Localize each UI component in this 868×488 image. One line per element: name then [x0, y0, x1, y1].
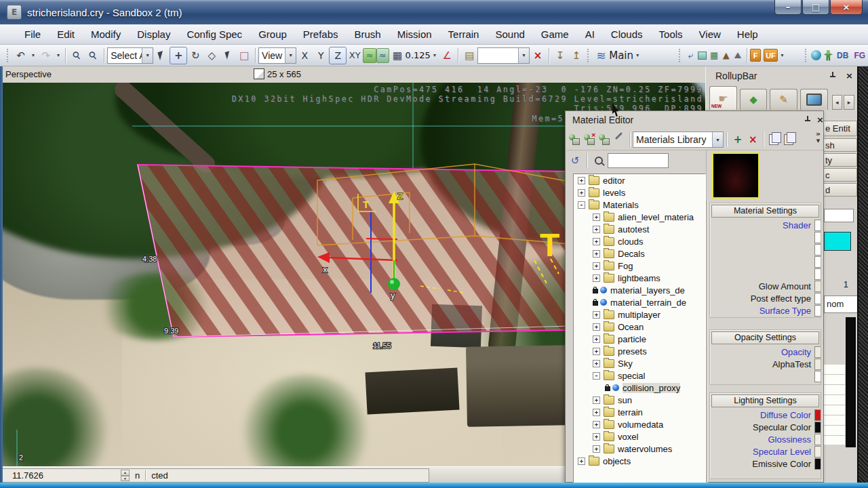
tree-item-materials[interactable]: -Materials	[574, 199, 705, 211]
library-combo-caret-icon[interactable]: ▼	[712, 132, 723, 147]
diffuse-color-label[interactable]: Diffuse Color	[760, 410, 811, 420]
menu-config-spec[interactable]: Config Spec	[178, 28, 250, 40]
axis-y-handle[interactable]	[388, 278, 400, 290]
copy-icon[interactable]	[769, 134, 778, 145]
layer-caret-icon[interactable]: ▼	[633, 53, 642, 58]
unlink-button[interactable]: ⚲	[81, 44, 104, 67]
tree-item-autotest[interactable]: +autotest	[574, 223, 705, 235]
glossiness-label[interactable]: Glossiness	[768, 434, 811, 445]
menu-ai[interactable]: AI	[577, 28, 603, 40]
tree-item-material-terrain-default[interactable]: material_terrain_de	[574, 296, 705, 308]
menu-group[interactable]: Group	[250, 28, 295, 40]
import-selection-button[interactable]: ↧	[552, 47, 568, 64]
select-area-button[interactable]: □	[236, 47, 252, 64]
tab-objects[interactable]: ☛ NEW	[709, 86, 737, 110]
tree-item-special[interactable]: -special	[574, 369, 705, 382]
tree-item-decals[interactable]: +Decals	[574, 247, 705, 260]
specular-level-field[interactable]	[814, 446, 821, 458]
menu-modify[interactable]: Modify	[83, 28, 129, 40]
selection-combo-caret-icon[interactable]: ▼	[142, 48, 153, 63]
reset-material-icon[interactable]: ×	[583, 133, 596, 146]
terrain-delete-icon[interactable]: ⛰	[732, 49, 743, 62]
menu-file[interactable]: File	[16, 28, 49, 40]
tree-item-multiplayer[interactable]: +multiplayer	[574, 308, 705, 321]
opacity-settings-header[interactable]: Opacity Settings	[711, 331, 819, 344]
grid-size-value[interactable]: 0.125	[406, 47, 430, 64]
param-field[interactable]	[814, 371, 821, 382]
ai-character-icon[interactable]	[823, 49, 834, 62]
physics-globe-icon[interactable]	[810, 49, 822, 62]
tabs-next-button[interactable]: ▸	[844, 95, 854, 110]
lighting-settings-header[interactable]: Lighting Settings	[711, 394, 819, 407]
toolbar-drag-handle[interactable]	[7, 49, 10, 62]
maximize-button[interactable]: □	[802, 0, 829, 15]
named-selection-icon[interactable]: ▤	[461, 47, 477, 64]
tabs-prev-button[interactable]: ◂	[832, 95, 843, 110]
tree-item-levels[interactable]: +levels	[574, 186, 705, 199]
status-spinner[interactable]: ▲ ▼	[121, 470, 130, 481]
menu-mission[interactable]: Mission	[389, 28, 440, 40]
menu-display[interactable]: Display	[129, 28, 178, 40]
menu-prefabs[interactable]: Prefabs	[295, 28, 347, 40]
tree-item-alien-level-materials[interactable]: +alien_level_materia	[574, 211, 705, 223]
surface-type-label[interactable]: Surface Type	[760, 306, 811, 316]
menu-game[interactable]: Game	[533, 28, 577, 40]
emissive-color-swatch[interactable]	[814, 458, 821, 470]
minimize-button[interactable]: –	[774, 0, 802, 15]
database-view-button[interactable]: DB	[834, 51, 851, 60]
list-rows-partial[interactable]	[824, 365, 845, 445]
tree-item-fog[interactable]: +Fog	[574, 260, 705, 272]
freeze-button[interactable]: F	[750, 49, 762, 62]
selected-area-hazard-quad[interactable]	[138, 165, 570, 337]
select-tool-button[interactable]	[153, 47, 170, 64]
layout-icon[interactable]	[696, 49, 708, 62]
status-coordinate-value[interactable]: 11.7626	[3, 470, 121, 481]
view-combo[interactable]: View ▼	[258, 47, 296, 64]
material-library-combo[interactable]: Materials Library ▼	[633, 131, 724, 148]
material-editor-pin-icon[interactable]	[804, 116, 811, 123]
shader-label[interactable]: Shader	[783, 220, 811, 230]
toolbar-drag-handle[interactable]	[805, 49, 808, 62]
window-resize-border[interactable]	[857, 66, 868, 483]
grid-layout-icon[interactable]: ▦	[709, 49, 720, 62]
tree-item-editor[interactable]: +editor	[574, 174, 705, 186]
get-material-from-selection-icon[interactable]	[597, 133, 611, 146]
selection-combo[interactable]: Select A ▼	[107, 47, 153, 64]
snap-grid-icon[interactable]: ▦	[389, 47, 406, 64]
material-editor-close-icon[interactable]: ×	[816, 115, 824, 125]
layers-icon[interactable]: ≋	[593, 47, 610, 64]
add-item-button[interactable]: +	[730, 131, 746, 148]
select-object-button[interactable]	[220, 47, 236, 64]
param-field[interactable]	[814, 268, 821, 280]
material-preview-thumbnail[interactable]	[712, 152, 760, 199]
move-tool-button[interactable]: +	[170, 47, 187, 64]
tree-item-material-layers-default[interactable]: material_layers_de	[574, 284, 705, 296]
post-effect-field[interactable]	[814, 293, 821, 304]
object-type-button-partial[interactable]: ty	[824, 153, 857, 167]
param-field[interactable]	[814, 244, 821, 256]
tab-terrain[interactable]: ◆	[740, 89, 768, 110]
surface-type-field[interactable]	[814, 305, 821, 317]
named-selection-caret-icon[interactable]: ▼	[518, 48, 529, 63]
rotate-tool-button[interactable]: ↻	[187, 47, 203, 64]
tree-item-volumedata[interactable]: +volumedata	[574, 418, 705, 430]
snap-terrain-icon[interactable]: ≈	[376, 48, 389, 63]
glow-amount-field[interactable]	[814, 281, 821, 292]
toolbar-overflow-button[interactable]: »▼	[816, 131, 821, 144]
param-field[interactable]	[814, 256, 821, 268]
close-button[interactable]: ×	[830, 0, 863, 15]
spin-up-icon[interactable]: ▲	[121, 470, 130, 476]
field-partial[interactable]	[824, 209, 854, 222]
undo-dropdown-icon[interactable]: ▼	[29, 53, 38, 58]
tree-item-terrain[interactable]: +terrain	[574, 406, 705, 418]
rollupbar-close-icon[interactable]: ×	[846, 70, 853, 81]
menu-clouds[interactable]: Clouds	[603, 28, 651, 40]
reload-library-icon[interactable]: ↻	[567, 155, 584, 167]
diffuse-color-swatch[interactable]	[814, 409, 821, 421]
tab-modelling[interactable]: ✎	[770, 89, 797, 110]
param-field[interactable]	[814, 232, 821, 243]
viewport-mode-label[interactable]: Perspective	[5, 69, 52, 79]
unfreeze-button[interactable]: UF	[764, 49, 778, 62]
tree-item-particle[interactable]: +particle	[574, 333, 705, 345]
delete-named-selection-button[interactable]: ×	[530, 47, 546, 64]
